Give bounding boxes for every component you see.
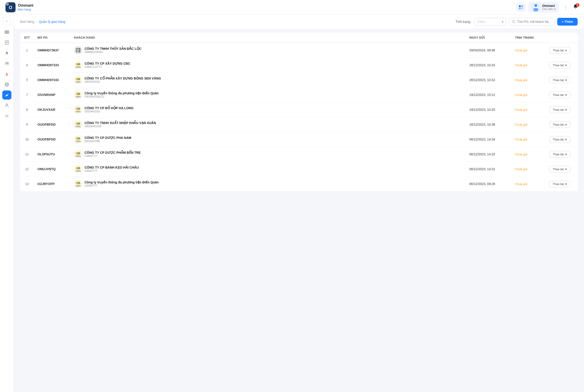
table-row: 1 OMMHD73637 CÔNG TY TNHH THỦY SẢN ĐẮC L…	[20, 43, 578, 58]
customer-avatar	[74, 135, 82, 144]
search-input[interactable]	[517, 20, 552, 24]
user-name: Ommani	[542, 4, 556, 8]
col-stt: STT	[20, 33, 34, 43]
customer-info: CÔNG TY CP XÂY DỰNG CBC C0001112777	[84, 62, 130, 68]
action-button[interactable]: Thao tác ▾	[549, 166, 570, 172]
sidebar-item-network[interactable]	[2, 80, 12, 89]
search-box	[509, 18, 554, 26]
cell-mapo: OMMHD97333	[34, 58, 70, 73]
cell-mapo: OLSPSUTU	[34, 147, 70, 162]
customer-info: CÔNG TY TNHH THỦY SẢN ĐẮC LỘC OMMKH78343	[84, 47, 142, 54]
cell-customer: CÔNG TY CP DƯỢC PHA NAM 0303441598	[70, 132, 466, 147]
table-row: 8 OKJUVXAR CÔNG TY CP ĐỒ HỘP HẠ LONG 020…	[20, 102, 578, 117]
table-row: 13 OZJRYOFP Công ty truyền thông đa phươ…	[20, 176, 578, 192]
customer-code: 0303441518	[84, 80, 161, 84]
cell-mapo: OUOFBFDD	[34, 117, 70, 132]
cell-mapo: OUOFBFDD	[34, 132, 70, 147]
notification-button[interactable]: 1	[572, 4, 578, 11]
cell-tinhtrang: Chưa gửi	[511, 147, 546, 162]
svg-point-24	[6, 104, 8, 105]
cell-tinhtrang: Chưa gửi	[511, 58, 546, 73]
table-row: 5 OMMHD97333 CÔNG TY CỔ PHẦN XÂY DỰNG BÔ…	[20, 73, 578, 88]
cell-ngaygui: 19/12/2023, 10:25	[466, 102, 511, 117]
customer-code: C0002777	[84, 154, 141, 158]
action-button[interactable]: Thao tác ▾	[549, 181, 570, 187]
customer-info: CÔNG TY CP DƯỢC PHẨM BẾN TRE C0002777	[84, 151, 141, 158]
main-content: Đơn hàng › Quản lý giao hàng Tình trạng …	[14, 14, 584, 392]
svg-rect-30	[76, 49, 78, 50]
table-wrapper: STT MÃ PO KHÁCH HÀNG NGÀY GỬI TÌNH TRẠNG…	[14, 29, 584, 392]
grid-icon-button[interactable]	[516, 3, 526, 12]
cell-ngaygui: 28/12/2023, 10:33	[466, 58, 511, 73]
customer-code: 03034341518	[84, 125, 156, 128]
sidebar-item-document[interactable]	[2, 38, 12, 47]
customer-name: CÔNG TY CP BÁNH KẸO HẢI CHÂU	[84, 166, 139, 169]
svg-rect-11	[4, 30, 9, 31]
action-button[interactable]: Thao tác ▾	[549, 62, 570, 68]
chevron-down-icon: ▾	[565, 152, 567, 156]
cell-tinhtrang: Chưa gửi	[511, 117, 546, 132]
cell-stt: 12	[20, 162, 34, 176]
customer-info: CÔNG TY CP BÁNH KẸO HẢI CHÂU C0002777	[84, 166, 139, 172]
svg-rect-33	[78, 50, 79, 51]
add-button[interactable]: + Thêm	[557, 18, 578, 26]
action-button[interactable]: Thao tác ▾	[549, 151, 570, 158]
cell-customer: CÔNG TY CP XÂY DỰNG CBC C0001112777	[70, 58, 466, 73]
sidebar-item-leaf[interactable]	[2, 90, 12, 100]
more-button[interactable]: ⋮	[562, 4, 570, 11]
svg-point-44	[74, 106, 82, 114]
sidebar-collapse-button[interactable]: ‹	[3, 17, 11, 25]
cell-action: Thao tác ▾	[546, 147, 578, 162]
cell-ngaygui: 19/12/2023, 15:12	[466, 88, 511, 102]
svg-point-19	[7, 62, 8, 64]
svg-point-47	[74, 120, 82, 128]
cell-stt: 1	[20, 43, 34, 58]
customer-code: 0303441518112	[84, 95, 158, 98]
svg-rect-5	[519, 8, 521, 9]
user-chip[interactable]: OM Ommani Chủ đơn vị	[528, 2, 559, 13]
svg-point-59	[74, 180, 82, 188]
customer-name: CÔNG TY CP DƯỢC PHA NAM	[84, 136, 131, 140]
sidebar-item-gear[interactable]	[2, 112, 12, 120]
action-button[interactable]: Thao tác ▾	[549, 77, 570, 84]
sidebar-item-layers[interactable]	[2, 28, 12, 36]
sidebar-item-fire[interactable]	[2, 70, 12, 78]
action-button[interactable]: Thao tác ▾	[549, 106, 570, 113]
status-badge: Chưa gửi	[515, 78, 527, 82]
cell-tinhtrang: Chưa gửi	[511, 176, 546, 192]
svg-rect-2	[6, 3, 9, 6]
chevron-down-icon: ▾	[565, 168, 567, 171]
sidebar: ‹	[0, 14, 14, 392]
action-button[interactable]: Thao tác ▾	[549, 92, 570, 98]
col-mapo: MÃ PO	[34, 33, 70, 43]
cell-tinhtrang: Chưa gửi	[511, 88, 546, 102]
customer-avatar	[74, 120, 82, 128]
customer-avatar	[74, 61, 82, 69]
customer-info: Công ty truyền thông đa phương tiện Điền…	[84, 180, 158, 187]
customer-code: C0001112777	[84, 65, 130, 68]
action-button[interactable]: Thao tác ▾	[549, 47, 570, 54]
col-tinhtrang: TÌNH TRẠNG	[511, 33, 546, 43]
chevron-down-icon: ▾	[565, 182, 567, 186]
svg-text:OM: OM	[534, 6, 538, 9]
filter-label: Tình trạng	[456, 20, 470, 24]
top-header: O Ommani Đơn hàng OM	[0, 0, 584, 14]
action-button[interactable]: Thao tác ▾	[549, 136, 570, 143]
customer-info: CÔNG TY CP ĐỒ HỘP HẠ LONG 0203441518	[84, 106, 134, 113]
app-layout: ‹ Đơn hàng	[0, 14, 584, 392]
sidebar-item-person[interactable]	[2, 101, 12, 110]
sidebar-item-pin[interactable]	[2, 48, 12, 58]
cell-stt: 7	[20, 88, 34, 102]
svg-point-52	[78, 137, 80, 140]
filter-select[interactable]: Chọn	[474, 18, 506, 26]
breadcrumb-parent[interactable]: Đơn hàng	[20, 20, 34, 24]
cell-mapo: OKJUVXAR	[34, 102, 70, 117]
customer-name: CÔNG TY CP XÂY DỰNG CBC	[84, 62, 130, 65]
sidebar-item-users[interactable]	[2, 59, 12, 68]
svg-point-53	[74, 150, 82, 158]
user-role: Chủ đơn vị	[542, 8, 556, 11]
svg-point-41	[74, 91, 82, 99]
cell-action: Thao tác ▾	[546, 88, 578, 102]
action-button[interactable]: Thao tác ▾	[549, 121, 570, 128]
col-ngaygui: NGÀY GỬI	[466, 33, 511, 43]
